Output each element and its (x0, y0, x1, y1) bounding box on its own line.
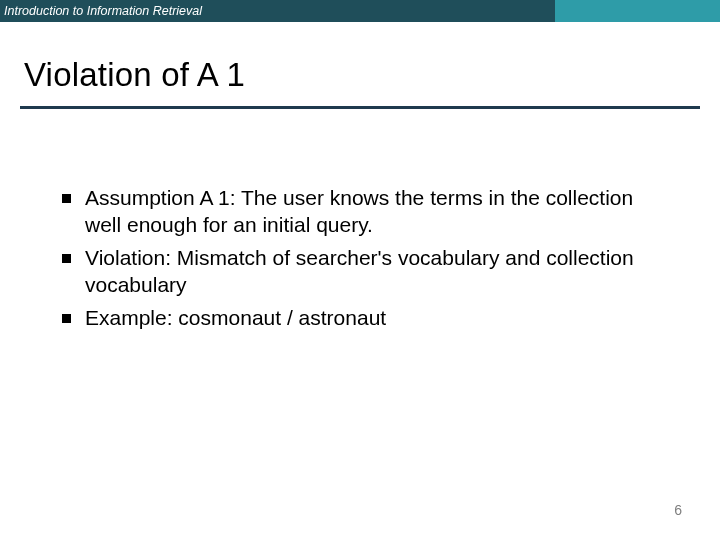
bullet-text: Assumption A 1: The user knows the terms… (85, 185, 665, 239)
slide-content: Assumption A 1: The user knows the terms… (0, 109, 720, 331)
bullet-item: Example: cosmonaut / astronaut (62, 305, 665, 332)
slide-number: 6 (674, 502, 682, 518)
header-dark-segment: Introduction to Information Retrieval (0, 0, 555, 22)
bullet-text: Violation: Mismatch of searcher's vocabu… (85, 245, 665, 299)
bullet-text: Example: cosmonaut / astronaut (85, 305, 386, 332)
page-title: Violation of A 1 (0, 22, 720, 106)
bullet-item: Assumption A 1: The user knows the terms… (62, 185, 665, 239)
header-bar: Introduction to Information Retrieval (0, 0, 720, 22)
bullet-marker-icon (62, 194, 71, 203)
bullet-item: Violation: Mismatch of searcher's vocabu… (62, 245, 665, 299)
bullet-marker-icon (62, 314, 71, 323)
bullet-marker-icon (62, 254, 71, 263)
header-teal-segment (555, 0, 720, 22)
breadcrumb: Introduction to Information Retrieval (4, 4, 202, 18)
